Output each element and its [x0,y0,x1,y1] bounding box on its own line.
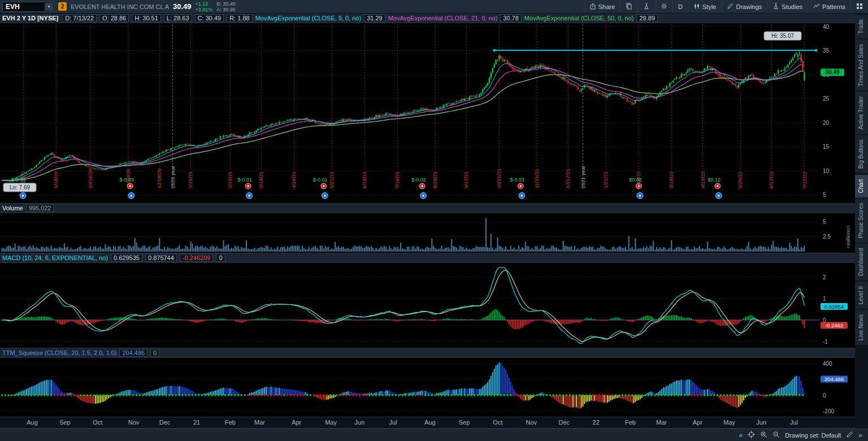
svg-text:Lo: 7.69: Lo: 7.69 [10,184,31,191]
time-axis-month-label: Mar [656,419,667,426]
crosshair-icon[interactable] [748,431,755,439]
lab-button[interactable] [637,0,655,13]
change-abs: +1.12 [196,1,213,7]
sidebar-tab-chart[interactable]: Chart [855,175,868,197]
drawings-button[interactable]: Drawings [721,0,767,13]
zoom-in-icon[interactable] [760,431,767,439]
sidebar-tab-dashboard[interactable]: Dashboard [855,244,868,280]
price-panel-header: EVH 2 Y 1D [NYSE] D: 7/13/22 O: 28.86 H:… [0,14,855,23]
ohlc-close: C: 30.49 [195,14,224,22]
svg-text:7/16/21: 7/16/21 [394,171,400,188]
collapse-right-icon[interactable]: » [858,431,862,439]
svg-text:10/16/20: 10/16/20 [88,168,93,188]
ask: A: 30.95 [216,7,236,12]
settings-button[interactable] [655,0,672,13]
time-axis-month-label: Jul [389,419,397,426]
svg-text:$-0.02: $-0.02 [411,177,426,183]
svg-text:12/17/21: 12/17/21 [565,168,571,188]
volume-study-label[interactable]: Volume [2,205,23,211]
volume-panel-header: Volume 995,022 [0,204,855,213]
reports-button[interactable] [620,0,637,13]
patterns-button[interactable]: Patterns [808,0,850,13]
svg-text:$0.08: $0.08 [629,177,642,183]
svg-text:40: 40 [823,24,830,30]
right-gadget-tabs: TradeTimes And SalesActive TraderBig But… [855,14,868,429]
time-axis-month-label: Feb [625,419,636,426]
symbol-input-box[interactable]: EVH ▼ [2,2,54,12]
macd-study-label[interactable]: MACD (10, 24, 6, EXPONENTIAL, no) [2,254,108,261]
style-button[interactable]: Style [688,0,721,13]
time-axis-month-label: Nov [128,419,140,426]
change-pct: +3.81% [196,7,213,12]
drawing-set-label: Drawing set: Default [785,432,841,439]
ohlc-date: D: 7/13/22 [62,14,97,22]
share-button[interactable]: Share [584,0,620,13]
time-axis-month-label: Nov [526,419,537,426]
interval-button[interactable]: D [672,0,688,13]
svg-text:5: 5 [823,219,826,225]
top-toolbar: EVH ▼ 2 EVOLENT HEALTH INC COM CL A 30.4… [0,0,868,14]
ttm-squeeze-chart[interactable]: 4002000-200204.486 [0,358,855,416]
last-price: 30.49 [173,2,192,11]
ma50-value: 29.89 [636,14,658,22]
time-axis[interactable]: AugSepOctNovDec21FebMarAprMayJunJulAugSe… [0,417,855,429]
svg-text:9/18/20: 9/18/20 [53,171,59,188]
svg-text:4/15/22: 4/15/22 [700,171,706,188]
svg-text:<millions>: <millions> [845,225,851,248]
ma9-value: 31.29 [364,14,385,22]
svg-text:$-0.03: $-0.03 [510,177,525,183]
time-axis-month-label: Oct [93,419,102,426]
grid-icon [856,3,863,11]
sidebar-tab-times-and-sales[interactable]: Times And Sales [855,40,868,91]
sidebar-tab-phase-scores[interactable]: Phase Scores [855,198,868,243]
svg-text:8/20/21: 8/20/21 [432,171,438,188]
ttm-squeeze-value: 0 [150,349,159,357]
link-group-badge[interactable]: 2 [58,2,67,11]
sidebar-tab-trade[interactable]: Trade [855,15,868,38]
studies-button[interactable]: Studies [767,0,808,13]
style-label: Style [702,3,716,10]
edit-drawings-icon[interactable] [846,431,853,439]
ma9-study-label[interactable]: MovAvgExponential (CLOSE, 9, 0, no) [255,15,362,21]
gear-icon [661,3,667,11]
company-name: EVOLENT HEALTH INC COM CL A [71,3,169,10]
time-axis-month-label: May [723,419,735,426]
ttm-study-label[interactable]: TTM_Squeeze (CLOSE, 20, 1.5, 2.0, 1.0) [2,349,116,356]
svg-text:1: 1 [823,296,826,302]
ma21-study-label[interactable]: MovAvgExponential (CLOSE, 21, 0, no) [388,15,498,21]
layout-grid-button[interactable] [850,0,868,13]
svg-text:7/15/22: 7/15/22 [802,171,808,188]
sidebar-tab-level-ii[interactable]: Level II [855,282,868,309]
svg-text:11/19/21: 11/19/21 [534,169,540,188]
volume-value: 995,022 [26,204,54,212]
macd-panel: MACD (10, 24, 6, EXPONENTIAL, no) 0.6295… [0,253,855,348]
sidebar-tab-active-trader[interactable]: Active Trader [855,92,868,134]
svg-text:5: 5 [823,192,826,198]
time-axis-month-label: Jun [756,419,766,426]
zoom-out-icon[interactable] [772,431,780,439]
price-chart[interactable]: 8/21/209/18/2010/16/2011/20/2012/18/201/… [0,23,855,202]
time-axis-month-label: 21 [193,419,200,426]
ohlc-open: O: 28.86 [99,14,129,22]
pencil-icon [727,3,734,11]
volume-chart[interactable]: 52.5<millions> [0,213,855,252]
svg-text:10: 10 [823,168,830,174]
price-panel: EVH 2 Y 1D [NYSE] D: 7/13/22 O: 28.86 H:… [0,14,855,204]
svg-text:10/15/21: 10/15/21 [496,168,502,188]
macd-chart[interactable]: 210-10.62954-0.2462 [0,263,855,347]
time-axis-month-label: Mar [254,419,265,426]
sidebar-tab-big-buttons[interactable]: Big Buttons [855,135,868,173]
symbol-input[interactable]: EVH [3,3,45,11]
svg-text:2/19/21: 2/19/21 [227,171,233,188]
volume-panel: Volume 995,022 52.5<millions> [0,204,855,253]
sidebar-tab-live-news[interactable]: Live News [855,310,868,345]
svg-text:6/17/22: 6/17/22 [769,171,774,188]
ma50-study-label[interactable]: MovAvgExponential (CLOSE, 50, 0, no) [524,15,634,21]
candlestick-icon [693,3,700,11]
time-axis-month-label: May [325,419,337,426]
symbol-dropdown-caret[interactable]: ▼ [45,3,53,11]
collapse-left-icon[interactable]: « [739,431,743,439]
svg-text:0.62954: 0.62954 [824,304,844,310]
share-label: Share [598,3,615,10]
svg-text:15: 15 [823,144,830,150]
